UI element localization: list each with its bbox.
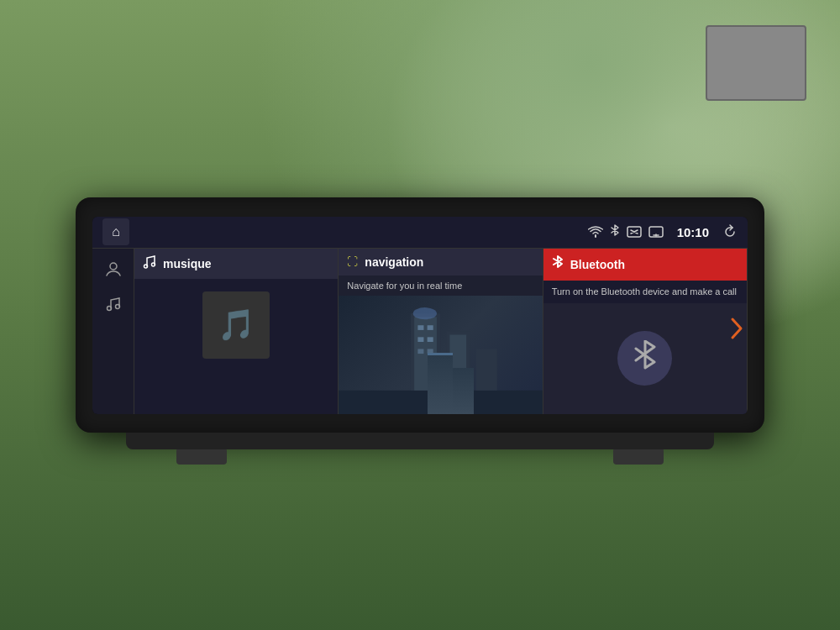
navigation-tile[interactable]: ⛶ navigation Navigate for you in real ti… bbox=[339, 249, 543, 414]
nav-tile-title: navigation bbox=[365, 255, 423, 269]
music-sidebar-icon[interactable] bbox=[102, 293, 124, 319]
home-button[interactable]: ⌂ bbox=[102, 218, 129, 245]
svg-rect-14 bbox=[418, 325, 424, 330]
music-tile[interactable]: musique 🎵 bbox=[134, 249, 339, 414]
wifi-icon bbox=[588, 226, 603, 238]
profile-icon[interactable] bbox=[102, 257, 125, 285]
status-bluetooth-icon bbox=[610, 224, 620, 239]
svg-point-13 bbox=[413, 307, 437, 319]
status-icons: 10:10 bbox=[588, 224, 738, 239]
svg-point-5 bbox=[144, 265, 148, 268]
sidebar bbox=[92, 249, 134, 414]
back-icon[interactable] bbox=[722, 224, 738, 239]
bt-description: Turn on the Bluetooth device and make a … bbox=[543, 281, 745, 303]
music-thumbnail: 🎵 bbox=[202, 291, 270, 359]
mute-icon bbox=[627, 226, 642, 238]
status-bar: ⌂ bbox=[92, 217, 748, 249]
svg-rect-9 bbox=[414, 317, 437, 390]
photo-background: ⌂ bbox=[0, 0, 840, 630]
nav-image bbox=[339, 296, 542, 414]
bluetooth-symbol-container bbox=[617, 331, 672, 386]
music-tile-body: 🎵 bbox=[134, 279, 338, 414]
main-content: musique 🎵 ⛶ navigation bbox=[92, 249, 748, 414]
svg-point-3 bbox=[107, 306, 111, 310]
bt-tile-body: Turn on the Bluetooth device and make a … bbox=[543, 281, 747, 414]
bt-image bbox=[543, 303, 747, 414]
mount-foot-left bbox=[176, 448, 227, 465]
nav-tile-body: Navigate for you in real time bbox=[339, 276, 542, 414]
tiles-area: musique 🎵 ⛶ navigation bbox=[134, 249, 748, 414]
music-tile-icon bbox=[143, 255, 156, 272]
bt-tile-title: Bluetooth bbox=[570, 258, 625, 271]
bluetooth-tile[interactable]: Bluetooth Turn on the Bluetooth device a… bbox=[543, 249, 748, 414]
electronics-box bbox=[706, 25, 806, 101]
svg-rect-17 bbox=[428, 337, 433, 342]
status-time: 10:10 bbox=[677, 225, 709, 239]
car-screen-mount: ⌂ bbox=[76, 197, 764, 433]
svg-point-4 bbox=[115, 304, 119, 308]
svg-rect-11 bbox=[450, 334, 467, 390]
mount-foot-right bbox=[613, 448, 664, 465]
infotainment-screen: ⌂ bbox=[92, 217, 748, 414]
right-arrow-button[interactable] bbox=[726, 308, 748, 354]
svg-point-6 bbox=[152, 263, 155, 266]
screen-icon bbox=[648, 226, 664, 238]
svg-rect-16 bbox=[418, 337, 424, 342]
svg-rect-7 bbox=[339, 390, 542, 413]
home-icon: ⌂ bbox=[112, 224, 120, 239]
svg-rect-19 bbox=[428, 349, 433, 354]
bt-tile-icon bbox=[552, 255, 564, 274]
nav-tile-icon: ⛶ bbox=[347, 255, 358, 268]
nav-description: Navigate for you in real time bbox=[339, 276, 542, 296]
music-tile-title: musique bbox=[163, 257, 212, 270]
svg-rect-18 bbox=[418, 349, 424, 354]
bt-tile-header: Bluetooth bbox=[543, 249, 747, 281]
bluetooth-large-icon bbox=[629, 340, 661, 377]
music-tile-header: musique bbox=[134, 249, 338, 279]
music-note-icon: 🎵 bbox=[218, 307, 255, 343]
svg-rect-12 bbox=[476, 349, 497, 390]
nav-tile-header: ⛶ navigation bbox=[339, 249, 542, 276]
svg-point-2 bbox=[110, 263, 117, 270]
svg-rect-15 bbox=[428, 325, 433, 330]
